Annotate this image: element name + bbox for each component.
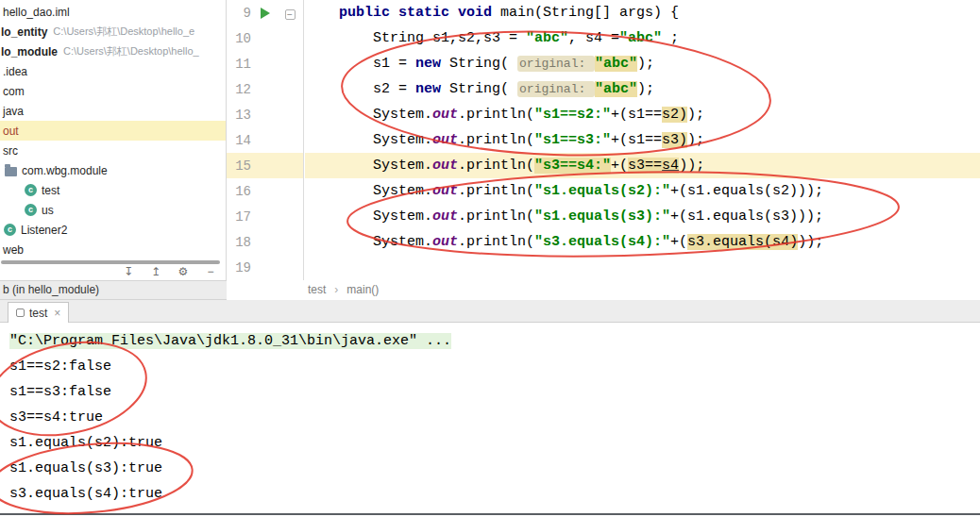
tree-toolbar: ↧↥⚙− bbox=[0, 265, 226, 280]
gutter-fold-column: − bbox=[279, 5, 300, 22]
breadcrumb-method[interactable]: main() bbox=[346, 283, 379, 296]
tree-item-label: lo_entity bbox=[1, 25, 47, 39]
gutter-line-19[interactable]: 19 bbox=[227, 255, 303, 280]
line-number: 11 bbox=[227, 57, 251, 72]
line-number: 16 bbox=[227, 184, 251, 199]
line-number: 13 bbox=[227, 108, 251, 123]
class-icon: c bbox=[25, 184, 37, 196]
tree-item-label: us bbox=[42, 204, 54, 217]
gutter-line-9[interactable]: 9− bbox=[227, 0, 303, 25]
gutter-line-10[interactable]: 10 bbox=[227, 25, 303, 51]
project-tree-panel: hello_dao.imllo_entityC:\Users\邦杠\Deskto… bbox=[0, 0, 227, 280]
run-config-icon bbox=[16, 309, 25, 317]
run-tab-test[interactable]: test × bbox=[8, 302, 69, 323]
line-number: 17 bbox=[227, 209, 251, 225]
gutter-line-15[interactable]: 15 bbox=[227, 153, 303, 178]
code-line-17[interactable]: System.out.println("s1.equals(s3):"+(s1.… bbox=[305, 204, 980, 229]
tree-item-lo_module[interactable]: lo_moduleC:\Users\邦杠\Desktop\hello_ bbox=[0, 42, 226, 61]
run-tab-strip: test × bbox=[0, 300, 980, 323]
line-number: 12 bbox=[227, 82, 251, 97]
console-line-6: s3.equals(s4):true bbox=[9, 481, 980, 507]
gutter-line-11[interactable]: 11 bbox=[227, 51, 303, 76]
hide-panel-icon[interactable]: − bbox=[203, 265, 218, 280]
code-line-13[interactable]: System.out.println("s1==s2:"+(s1==s2)); bbox=[305, 102, 980, 127]
code-editor[interactable]: 9−10111213141516171819 public static voi… bbox=[227, 0, 980, 280]
code-line-12[interactable]: s2 = new String( original: "abc"); bbox=[305, 76, 980, 102]
gutter-line-17[interactable]: 17 bbox=[227, 204, 303, 229]
console-line-3: s3==s4:true bbox=[9, 405, 980, 430]
window-bottom-edge bbox=[0, 513, 980, 515]
gutter-line-16[interactable]: 16 bbox=[227, 178, 303, 204]
run-tab-label: test bbox=[29, 307, 47, 320]
tree-item-label: out bbox=[3, 125, 19, 138]
code-line-18[interactable]: System.out.println("s3.equals(s4):"+(s3.… bbox=[305, 229, 980, 255]
tree-item-.idea[interactable]: .idea bbox=[0, 61, 226, 81]
code-line-16[interactable]: System.out.println("s1.equals(s2):"+(s1.… bbox=[305, 178, 980, 204]
console-line-4: s1.equals(s2):true bbox=[9, 430, 980, 456]
console-output: "C:\Program Files\Java\jdk1.8.0_31\bin\j… bbox=[0, 323, 980, 513]
gutter-line-14[interactable]: 14 bbox=[227, 127, 303, 153]
breadcrumb: test›main() bbox=[227, 280, 980, 300]
close-tab-icon[interactable]: × bbox=[54, 307, 60, 320]
tree-item-label: java bbox=[3, 105, 24, 118]
code-line-9[interactable]: public static void main(String[] args) { bbox=[305, 0, 980, 25]
class-icon: c bbox=[4, 224, 16, 236]
tree-item-Listener2[interactable]: cListener2 bbox=[0, 220, 226, 240]
gutter-line-18[interactable]: 18 bbox=[227, 229, 303, 255]
autoscroll-to-source-icon[interactable]: ↧ bbox=[121, 265, 136, 280]
tree-item-src[interactable]: src bbox=[0, 141, 226, 160]
gutter-run-column bbox=[251, 8, 279, 19]
fold-icon[interactable]: − bbox=[285, 9, 296, 20]
tree-item-label: Listener2 bbox=[21, 224, 67, 237]
class-icon: c bbox=[25, 204, 37, 216]
code-line-10[interactable]: String s1,s2,s3 = "abc", s4 ="abc" ; bbox=[305, 25, 980, 51]
line-number: 15 bbox=[227, 158, 251, 174]
breadcrumb-class[interactable]: test bbox=[308, 283, 326, 296]
run-icon[interactable] bbox=[261, 8, 270, 19]
tree-item-label: web bbox=[3, 243, 24, 257]
tree-item-out[interactable]: out bbox=[0, 121, 226, 141]
tree-item-label: .idea bbox=[3, 65, 27, 78]
project-tree: hello_dao.imllo_entityC:\Users\邦杠\Deskto… bbox=[0, 2, 226, 259]
autoscroll-from-source-icon[interactable]: ↥ bbox=[148, 265, 163, 280]
code-line-15[interactable]: System.out.println("s3==s4:"+(s3==s4)); bbox=[305, 153, 980, 178]
tree-item-label: com.wbg.module bbox=[22, 164, 108, 177]
gutter-line-13[interactable]: 13 bbox=[227, 102, 303, 127]
tree-item-us[interactable]: cus bbox=[0, 200, 226, 220]
console-line-5: s1.equals(s3):true bbox=[9, 456, 980, 481]
code-line-19[interactable] bbox=[305, 255, 980, 280]
line-number: 10 bbox=[227, 31, 251, 46]
ide-window: hello_dao.imllo_entityC:\Users\邦杠\Deskto… bbox=[0, 0, 980, 517]
tree-item-label: lo_module bbox=[1, 45, 58, 58]
code-line-11[interactable]: s1 = new String( original: "abc"); bbox=[305, 51, 980, 76]
tree-item-label: src bbox=[3, 144, 18, 158]
line-number: 14 bbox=[227, 133, 251, 148]
tree-item-label: com bbox=[3, 85, 25, 98]
console-line-2: s1==s3:false bbox=[9, 379, 980, 405]
tree-item-label: hello_dao.iml bbox=[3, 6, 70, 19]
line-number: 9 bbox=[227, 6, 251, 21]
code-line-14[interactable]: System.out.println("s1==s3:"+(s1==s3)); bbox=[305, 127, 980, 153]
tree-item-com.wbg.module[interactable]: com.wbg.module bbox=[0, 160, 226, 180]
code-area[interactable]: public static void main(String[] args) {… bbox=[305, 0, 980, 280]
gutter-line-12[interactable]: 12 bbox=[227, 76, 303, 102]
tree-item-com[interactable]: com bbox=[0, 81, 226, 101]
settings-icon[interactable]: ⚙ bbox=[176, 265, 191, 280]
editor-gutter[interactable]: 9−10111213141516171819 bbox=[227, 0, 304, 280]
tree-item-lo_entity[interactable]: lo_entityC:\Users\邦杠\Desktop\hello_e bbox=[0, 22, 226, 42]
line-number: 18 bbox=[227, 235, 251, 250]
console-line-0: "C:\Program Files\Java\jdk1.8.0_31\bin\j… bbox=[9, 328, 980, 354]
tree-item-test[interactable]: ctest bbox=[0, 180, 226, 200]
tree-item-label: test bbox=[42, 184, 59, 197]
tree-item-web[interactable]: web bbox=[0, 240, 226, 259]
run-panel-header: b (in hello_module) bbox=[0, 280, 227, 300]
folder-icon bbox=[5, 167, 17, 176]
console-line-1: s1==s2:false bbox=[9, 354, 980, 379]
tree-item-hello_dao.iml[interactable]: hello_dao.iml bbox=[0, 2, 226, 22]
line-number: 19 bbox=[227, 260, 251, 275]
tree-item-path: C:\Users\邦杠\Desktop\hello_e bbox=[53, 25, 194, 39]
run-config-label: b (in hello_module) bbox=[3, 283, 99, 296]
tree-horizontal-scrollbar[interactable] bbox=[1, 260, 220, 264]
tree-item-java[interactable]: java bbox=[0, 101, 226, 121]
tree-item-path: C:\Users\邦杠\Desktop\hello_ bbox=[63, 44, 199, 58]
